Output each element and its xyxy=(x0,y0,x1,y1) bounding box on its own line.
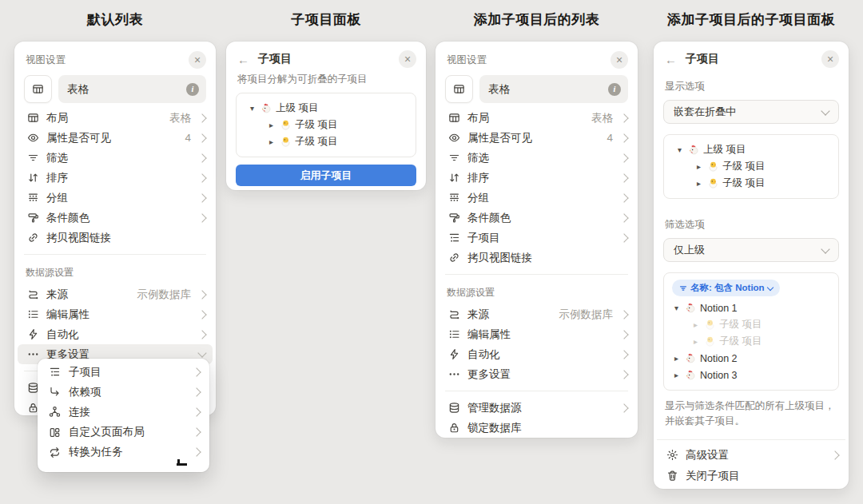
column-title-list-after: 添加子项目后的列表 xyxy=(435,10,638,29)
submenu-item-subitems[interactable]: 子项目 xyxy=(38,362,209,382)
menu-item-conditional-color[interactable]: 条件颜色 xyxy=(18,208,213,228)
subitem-intro-panel: ← 子项目 × 将项目分解为可折叠的子项目 上级 项目 子级 项目 子级 项目 … xyxy=(226,42,426,190)
chevron-right-icon xyxy=(619,330,628,339)
collapse-toggle-icon[interactable] xyxy=(675,146,684,154)
chick-emoji-icon xyxy=(707,178,718,189)
chevron-right-icon xyxy=(619,133,628,142)
menu-item-manage-datasource[interactable]: 管理数据源 xyxy=(439,398,634,418)
close-icon[interactable]: × xyxy=(189,51,206,69)
connection-nodes-icon xyxy=(47,406,62,418)
back-arrow-icon[interactable]: ← xyxy=(237,53,252,66)
menu-item-visible-properties[interactable]: 属性是否可见 4 xyxy=(18,128,213,148)
info-icon[interactable]: i xyxy=(608,83,621,96)
menu-item-filter[interactable]: 筛选 xyxy=(18,148,213,168)
submenu-label: 自定义页面布局 xyxy=(69,425,191,439)
paint-roller-icon xyxy=(447,212,461,224)
view-type-button[interactable] xyxy=(24,75,52,103)
chevron-right-icon xyxy=(197,153,206,162)
expand-toggle-icon[interactable] xyxy=(267,138,276,146)
expand-toggle-icon[interactable] xyxy=(672,371,681,379)
rooster-emoji-icon xyxy=(685,353,696,363)
chevron-right-icon xyxy=(197,213,206,222)
menu-item-edit-properties[interactable]: 编辑属性 xyxy=(439,324,634,344)
menu-item-automation[interactable]: 自动化 xyxy=(439,344,634,364)
menu-item-sort[interactable]: 排序 xyxy=(18,168,213,188)
menu-label: 分组 xyxy=(46,191,197,205)
expand-toggle-icon[interactable] xyxy=(691,338,700,346)
menu-item-copy-view-link[interactable]: 拷贝视图链接 xyxy=(18,228,213,248)
menu-label: 自动化 xyxy=(467,347,618,362)
expand-toggle-icon[interactable] xyxy=(267,121,276,129)
menu-item-automation[interactable]: 自动化 xyxy=(18,324,213,344)
menu-label: 编辑属性 xyxy=(46,308,197,322)
expand-toggle-icon[interactable] xyxy=(691,321,700,329)
subitems-icon xyxy=(447,232,461,244)
view-name-input[interactable]: 表格 i xyxy=(479,75,628,103)
chick-emoji-icon xyxy=(280,137,291,147)
menu-item-lock-database[interactable]: 锁定数据库 xyxy=(439,418,634,438)
panel-title: 视图设置 xyxy=(26,54,189,67)
tree-parent-row: Notion 1 xyxy=(672,300,830,316)
chevron-right-icon xyxy=(619,350,628,359)
info-icon[interactable]: i xyxy=(186,83,199,96)
collapse-toggle-icon[interactable] xyxy=(248,105,257,113)
menu-item-source[interactable]: 来源 示例数据库 xyxy=(18,284,213,304)
close-icon[interactable]: × xyxy=(821,50,839,68)
close-icon[interactable]: × xyxy=(399,50,416,68)
submenu-label: 依赖项 xyxy=(69,385,191,399)
bullet-list-icon xyxy=(26,308,40,320)
display-option-select[interactable]: 嵌套在折叠中 xyxy=(663,100,839,124)
menu-item-group[interactable]: 分组 xyxy=(439,188,634,208)
view-name-input[interactable]: 表格 i xyxy=(58,75,206,103)
menu-item-disable-subitems[interactable]: 关闭子项目 xyxy=(657,466,845,486)
menu-item-edit-properties[interactable]: 编辑属性 xyxy=(18,304,213,324)
tree-label: 上级 项目 xyxy=(703,143,746,157)
close-icon[interactable]: × xyxy=(610,51,628,69)
menu-item-more-settings[interactable]: 更多设置 xyxy=(439,364,634,384)
chevron-right-icon xyxy=(192,427,201,436)
menu-label: 锁定数据库 xyxy=(467,421,627,435)
eye-icon xyxy=(26,132,40,144)
chevron-right-icon xyxy=(619,213,628,222)
chevron-down-icon xyxy=(821,106,829,115)
subitem-preview-box: 上级 项目 子级 项目 子级 项目 xyxy=(236,93,416,157)
rooster-emoji-icon xyxy=(688,145,699,155)
chevron-right-icon xyxy=(192,407,201,416)
submenu-item-connections[interactable]: 连接 xyxy=(38,402,209,422)
menu-item-visible-properties[interactable]: 属性是否可见 4 xyxy=(439,128,634,148)
menu-item-filter[interactable]: 筛选 xyxy=(439,148,634,168)
chevron-right-icon xyxy=(192,367,201,376)
tree-label: Notion 1 xyxy=(700,303,738,314)
tree-label: 子级 项目 xyxy=(719,318,762,331)
chick-emoji-icon xyxy=(280,120,291,130)
menu-item-conditional-color[interactable]: 条件颜色 xyxy=(439,208,634,228)
paint-roller-icon xyxy=(26,212,40,224)
expand-toggle-icon[interactable] xyxy=(694,180,703,188)
view-type-button[interactable] xyxy=(445,75,473,103)
column-title-subitem-panel-after: 添加子项目后的子项目面板 xyxy=(654,10,849,29)
collapse-toggle-icon[interactable] xyxy=(672,304,681,312)
menu-label: 属性是否可见 xyxy=(467,131,606,145)
enable-subitems-button[interactable]: 启用子项目 xyxy=(236,165,416,186)
filter-chip[interactable]: 名称: 包含 Notion xyxy=(672,280,780,296)
submenu-item-dependencies[interactable]: 依赖项 xyxy=(38,382,209,402)
link-icon xyxy=(447,252,461,264)
menu-label: 编辑属性 xyxy=(467,327,618,342)
menu-label: 条件颜色 xyxy=(467,211,618,225)
menu-item-advanced-settings[interactable]: 高级设置 xyxy=(657,445,845,466)
expand-toggle-icon[interactable] xyxy=(694,163,703,171)
expand-toggle-icon[interactable] xyxy=(672,355,681,363)
submenu-item-custom-page-layout[interactable]: 自定义页面布局 xyxy=(38,423,209,442)
menu-item-layout[interactable]: 布局 表格 xyxy=(439,108,634,128)
menu-item-copy-view-link[interactable]: 拷贝视图链接 xyxy=(439,248,634,268)
chevron-right-icon xyxy=(619,193,628,202)
chevron-right-icon xyxy=(192,387,201,396)
ellipsis-icon xyxy=(447,368,461,380)
back-arrow-icon[interactable]: ← xyxy=(665,53,679,66)
menu-item-subitems[interactable]: 子项目 xyxy=(439,228,634,248)
menu-item-sort[interactable]: 排序 xyxy=(439,168,634,188)
menu-item-source[interactable]: 来源 示例数据库 xyxy=(439,304,634,324)
menu-item-group[interactable]: 分组 xyxy=(18,188,213,208)
filter-option-select[interactable]: 仅上级 xyxy=(663,238,839,262)
menu-item-layout[interactable]: 布局 表格 xyxy=(18,108,213,128)
